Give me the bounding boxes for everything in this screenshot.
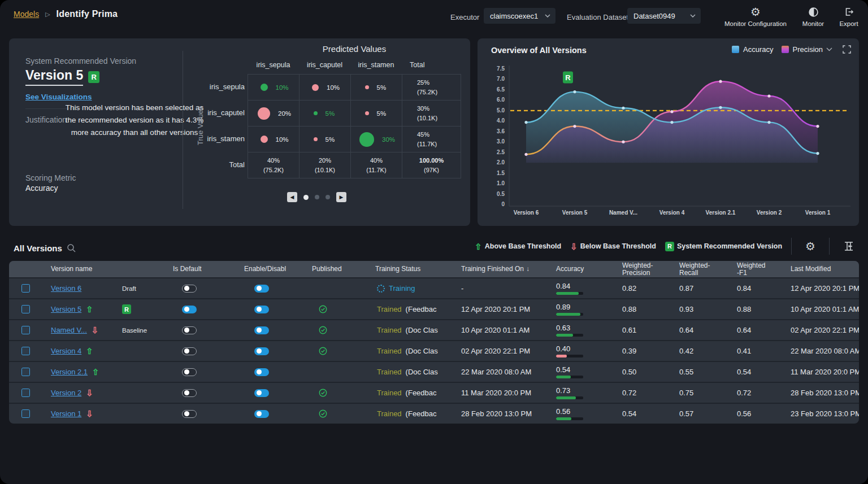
enable-disable-toggle[interactable] — [254, 285, 269, 293]
see-visualizations-link[interactable]: See Visualizations — [25, 93, 92, 101]
version-link[interactable]: Version 1 — [51, 409, 81, 418]
toggle-knob — [257, 390, 262, 395]
toggle-knob — [184, 369, 189, 374]
matrix-total-count: (75.2K) — [263, 166, 284, 175]
matrix-prev-button[interactable]: ◀ — [287, 192, 297, 202]
row-checkbox[interactable] — [21, 409, 30, 418]
monitor-configuration-button[interactable]: ⚙ Monitor Configuration — [722, 6, 789, 27]
search-icon[interactable] — [67, 243, 76, 253]
version-link[interactable]: Version 2.1 — [51, 368, 88, 376]
export-button[interactable]: Export — [832, 6, 866, 27]
enable-disable-toggle[interactable] — [254, 389, 269, 397]
version-name-cell: Version 6 — [42, 284, 115, 293]
green-dot-icon — [261, 84, 268, 91]
row-checkbox[interactable] — [21, 347, 30, 355]
executor-dropdown[interactable]: claimscoexec1 — [484, 8, 555, 24]
pagination-dot[interactable] — [326, 195, 330, 199]
is-default-toggle[interactable] — [182, 410, 197, 418]
fullscreen-icon[interactable] — [843, 45, 851, 54]
last-modified-cell: 10 Apr 2020 01:1 AM — [791, 305, 859, 313]
version-link[interactable]: Version 2 — [51, 389, 81, 397]
version-link[interactable]: Named V... — [51, 326, 87, 334]
legend-above-threshold: ⇧ Above Base Threshold — [475, 242, 561, 251]
row-checkbox[interactable] — [21, 389, 30, 397]
matrix-col-header: iris_sepula — [248, 61, 299, 69]
precision-cell: 0.61 — [617, 326, 674, 334]
version-name-cell: Version 5⇧ — [42, 305, 115, 313]
is-default-toggle[interactable] — [182, 347, 197, 355]
pagination-dot[interactable] — [303, 195, 309, 200]
breadcrumb-chevron-icon: ▷ — [45, 11, 50, 18]
recall-cell: 0.75 — [674, 389, 732, 397]
row-checkbox[interactable] — [21, 368, 30, 376]
column-settings-icon[interactable] — [839, 241, 859, 251]
version-link[interactable]: Version 6 — [51, 284, 81, 293]
is-default-toggle[interactable] — [182, 306, 197, 313]
version-link[interactable]: Version 5 — [51, 305, 81, 313]
table-settings-gear-icon[interactable]: ⚙ — [801, 241, 820, 252]
legend-precision[interactable]: Precision — [782, 45, 823, 54]
f1-cell: 0.56 — [732, 409, 791, 418]
is-default-cell — [172, 306, 244, 313]
accuracy-bar — [556, 313, 583, 316]
monitor-button[interactable]: Monitor — [796, 6, 831, 27]
row-select-cell — [9, 326, 42, 334]
toggle-knob — [184, 390, 189, 395]
dataset-dropdown[interactable]: Dataset0949 — [627, 8, 701, 24]
pagination-dot[interactable] — [315, 195, 319, 199]
status-text: Trained — [377, 389, 402, 397]
row-checkbox[interactable] — [21, 326, 30, 334]
svg-text:Version 2.1: Version 2.1 — [706, 210, 736, 216]
is-default-cell — [172, 285, 244, 293]
svg-text:6.5: 6.5 — [497, 86, 505, 93]
sort-descending-icon[interactable]: ↓ — [526, 265, 530, 273]
is-default-toggle[interactable] — [182, 389, 197, 397]
training-status-cell: Trained (Feedbac — [375, 389, 458, 397]
status-text: Trained — [377, 368, 402, 376]
table-header-cell: Published — [312, 265, 375, 273]
accuracy-bar-fill — [556, 313, 580, 316]
matrix-cell: 10% — [248, 127, 300, 152]
legend-chevron-icon[interactable] — [826, 47, 832, 51]
toggle-knob — [257, 307, 262, 312]
enable-disable-toggle[interactable] — [254, 410, 269, 418]
version-link[interactable]: Version 4 — [51, 347, 81, 355]
threshold-legend: ⇧ Above Base Threshold ⇩ Below Base Thre… — [475, 238, 859, 255]
dataset-label: Evaluation Dataset — [567, 13, 628, 21]
matrix-grand-count: (97K) — [424, 166, 439, 175]
svg-text:7.0: 7.0 — [497, 76, 505, 82]
executor-label: Executor — [450, 13, 479, 21]
enable-disable-cell — [244, 347, 312, 355]
breadcrumb-models-link[interactable]: Models — [14, 10, 39, 19]
overview-chart: 7.57.06.56.05.04.03.63.02.52.01.51.00.50… — [482, 56, 855, 225]
matrix-cell-value: 10% — [327, 84, 344, 91]
table-header-cell[interactable]: Training Finished On↓ — [458, 265, 553, 273]
matrix-next-button[interactable]: ▶ — [336, 192, 346, 202]
is-default-toggle[interactable] — [182, 326, 197, 334]
table-header-cell: Training Status — [375, 265, 458, 273]
status-text: Trained — [377, 305, 402, 313]
table-header-cell: Enable/Disabl — [244, 265, 312, 273]
matrix-total-count: (10.1K) — [417, 114, 437, 123]
precision-cell: 0.54 — [617, 409, 674, 418]
table-row: Version 1⇩Trained (Feedbac28 Feb 2020 13… — [9, 403, 859, 424]
toggle-knob — [184, 286, 189, 291]
enable-disable-toggle[interactable] — [254, 326, 269, 334]
arrow-up-icon: ⇧ — [86, 305, 93, 313]
arrow-down-icon: ⇩ — [92, 326, 99, 334]
status-detail: (Doc Clas — [406, 347, 438, 355]
accuracy-cell: 0.63 — [553, 324, 617, 337]
r-badge-icon: R — [665, 242, 674, 251]
scoring-metric-label: Scoring Metric — [25, 173, 76, 182]
enable-disable-toggle[interactable] — [254, 368, 269, 376]
is-default-toggle[interactable] — [182, 368, 197, 376]
enable-disable-toggle[interactable] — [254, 347, 269, 355]
row-checkbox[interactable] — [21, 284, 30, 293]
matrix-cell: 10% — [248, 75, 300, 101]
enable-disable-toggle[interactable] — [254, 306, 269, 313]
is-default-toggle[interactable] — [182, 285, 197, 293]
system-recommended-label: System Recommended Version — [25, 56, 136, 66]
row-checkbox[interactable] — [21, 305, 30, 313]
svg-text:0: 0 — [501, 201, 505, 207]
matrix-cell-value: 30% — [382, 136, 399, 143]
